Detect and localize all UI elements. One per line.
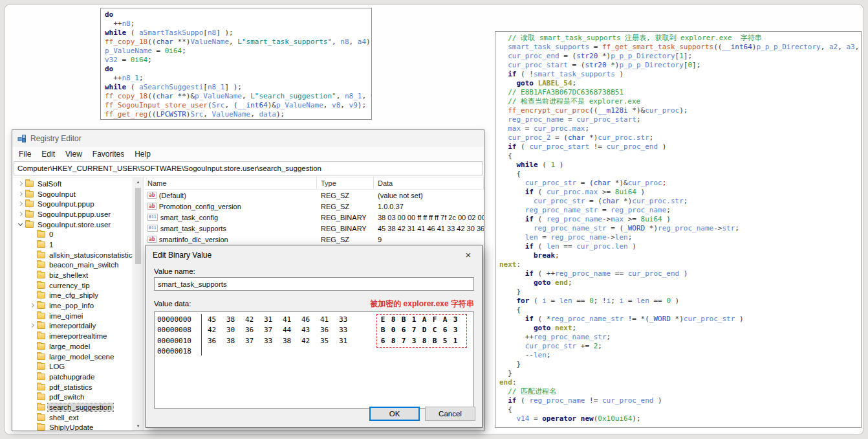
tree-item-search_suggestion[interactable]: search_suggestion (12, 402, 133, 412)
folder-icon (37, 282, 45, 289)
hex-row: 000000004538423141464133E8B1AFA3 (157, 314, 471, 325)
menu-view[interactable]: View (65, 150, 82, 159)
column-header-name[interactable]: Name (144, 177, 317, 189)
expand-right-icon[interactable] (29, 322, 36, 329)
value-type: REG_BINARY (317, 214, 374, 221)
tree-spacer (29, 424, 36, 431)
annotation-encrypted-string: 被加密的 explorer.exe 字符串 (370, 298, 474, 310)
tree-item-pdf_switch[interactable]: pdf_switch (12, 392, 133, 402)
code-line: reg_proc_name_str = reg_proc_name; (499, 206, 857, 215)
code-line: cur_proc_2 = (char *)cur_proc.str; (499, 133, 857, 142)
dialog-body: Value name: Value data: 被加密的 explorer.ex… (146, 267, 482, 409)
column-header-type[interactable]: Type (317, 177, 374, 189)
dialog-buttons: OK Cancel (369, 407, 475, 421)
tree-item-SogouInput[interactable]: SogouInput (12, 189, 133, 199)
tree-spacer (29, 282, 36, 289)
tree-spacer (29, 404, 36, 411)
hex-bytes: 3638373338423531 (208, 337, 362, 345)
expand-right-icon[interactable] (29, 302, 36, 309)
expand-right-icon[interactable] (17, 191, 24, 197)
tree-item-SogouInput.ppup[interactable]: SogouInput.ppup (12, 199, 133, 209)
scroll-thumb[interactable] (135, 188, 141, 264)
hex-editor[interactable]: 000000004538423141464133E8B1AFA300000008… (154, 311, 474, 409)
hex-ascii: E8B1AFA3 (378, 315, 461, 324)
tree-item-ime_qimei[interactable]: ime_qimei (12, 311, 133, 321)
tree-item-currency_tip[interactable]: currency_tip (12, 280, 133, 291)
tree-item-pdf_statistics[interactable]: pdf_statistics (12, 382, 133, 392)
cancel-button[interactable]: Cancel (425, 407, 475, 421)
tree-item-large_model[interactable]: large_model (12, 341, 133, 352)
expand-right-icon[interactable] (17, 201, 24, 207)
value-name: smart_task_supports (160, 225, 226, 232)
menu-file[interactable]: File (19, 150, 31, 159)
tree-spacer (29, 313, 36, 319)
code-line: } (499, 360, 857, 369)
tree-item-SogouInput.ppup.user[interactable]: SogouInput.ppup.user (12, 209, 133, 220)
tree-scrollbar[interactable]: ▴ ▾ (133, 177, 143, 431)
close-icon[interactable]: × (455, 245, 482, 264)
code-line: do (105, 10, 367, 19)
code-line: for ( i = len == 0; !i; i = len == 0 ) (499, 297, 857, 306)
folder-icon (37, 343, 45, 350)
menu-favorites[interactable]: Favorites (92, 150, 124, 159)
scroll-up-icon[interactable]: ▴ (133, 177, 143, 186)
registry-editor-titlebar[interactable]: Registry Editor (12, 130, 484, 147)
tree-item-large_model_scene[interactable]: large_model_scene (12, 352, 133, 362)
registry-value-row[interactable]: abPromotion_config_versionREG_SZ1.0.0.37 (144, 201, 484, 212)
tree-item-beacon_main_switch[interactable]: beacon_main_switch (12, 260, 133, 271)
registry-value-row[interactable]: ab(Default)REG_SZ(value not set) (144, 190, 484, 201)
code-line: // E8B1AFA3B067DC6368738B51 (499, 88, 857, 97)
code-line: cur_proc_str += 2; (499, 342, 857, 351)
expand-right-icon[interactable] (17, 181, 24, 187)
code-line: ff_SogouInput_store_user(Src, (__int64)&… (105, 101, 367, 110)
tree-item-label: allskin_statusiconstatistics (48, 251, 133, 259)
folder-icon (37, 404, 45, 411)
tree-item-allskin_statusiconstatistics[interactable]: allskin_statusiconstatistics (12, 250, 133, 260)
code-line: max = cur_proc.max; (499, 124, 857, 133)
tree-item-patchupgrade[interactable]: patchupgrade (12, 372, 133, 382)
code-line: ++n8; (105, 19, 367, 28)
tree-item-SogouInput.store.user[interactable]: SogouInput.store.user (12, 220, 133, 230)
code-line: reg_proc_name = cur_proc_start; (499, 115, 857, 124)
registry-value-row[interactable]: 011smart_task_configREG_BINARY38 03 00 0… (144, 212, 484, 223)
dialog-titlebar[interactable]: Edit Binary Value × (146, 245, 482, 264)
code-line: goto LABEL_54; (499, 79, 857, 88)
tree-item-ShiplyUpdate[interactable]: ShiplyUpdate (12, 423, 133, 431)
tree-item-ime_pop_info[interactable]: ime_pop_info (12, 300, 133, 311)
registry-value-row[interactable]: absmartinfo_dic_versionREG_SZ9 (144, 234, 484, 245)
menu-edit[interactable]: Edit (41, 150, 55, 159)
tree-spacer (29, 343, 36, 350)
tree-item-label: pdf_switch (48, 393, 85, 401)
tree-item-biz_shellext[interactable]: biz_shellext (12, 270, 133, 280)
folder-icon (37, 242, 45, 248)
tree-item-label: imereportdaily (48, 322, 97, 330)
tree-item-shell_ext[interactable]: shell_ext (12, 412, 133, 423)
tree-item-ime_cfg_shiply[interactable]: ime_cfg_shiply (12, 291, 133, 301)
tree-item-imereportdaily[interactable]: imereportdaily (12, 321, 133, 332)
code-line: if ( len == cur_proc.len ) (499, 242, 857, 251)
tree-item-LOG[interactable]: LOG (12, 361, 133, 372)
edit-binary-value-dialog: Edit Binary Value × Value name: Value da… (146, 245, 483, 428)
tree-item-SalSoft[interactable]: SalSoft (12, 179, 133, 189)
code-line: ++n8_1; (105, 74, 367, 83)
address-input[interactable] (14, 161, 483, 175)
address-bar (12, 161, 484, 177)
expand-right-icon[interactable] (17, 211, 24, 218)
scroll-down-icon[interactable]: ▾ (133, 422, 143, 431)
menubar: FileEditViewFavoritesHelp (12, 147, 484, 161)
ok-button[interactable]: OK (369, 407, 420, 421)
column-header-data[interactable]: Data (374, 177, 484, 189)
tree-item-1[interactable]: 1 (12, 240, 133, 250)
tree-item-imereportrealtime[interactable]: imereportrealtime (12, 331, 133, 341)
value-name-input[interactable] (154, 277, 474, 291)
reg-binary-icon: 011 (147, 214, 158, 221)
value-data: 1.0.0.37 (374, 203, 484, 210)
expand-down-icon[interactable] (17, 221, 24, 228)
folder-icon (37, 231, 45, 238)
tree-item-0[interactable]: 0 (12, 229, 133, 240)
registry-value-row[interactable]: 011smart_task_supportsREG_BINARY45 38 42… (144, 223, 484, 234)
code-line: { (499, 306, 857, 315)
menu-help[interactable]: Help (135, 150, 151, 159)
registry-editor-icon (17, 134, 27, 143)
value-data: 38 03 00 00 ff ff ff ff 7f 2c 00 02 00 0… (374, 214, 484, 221)
